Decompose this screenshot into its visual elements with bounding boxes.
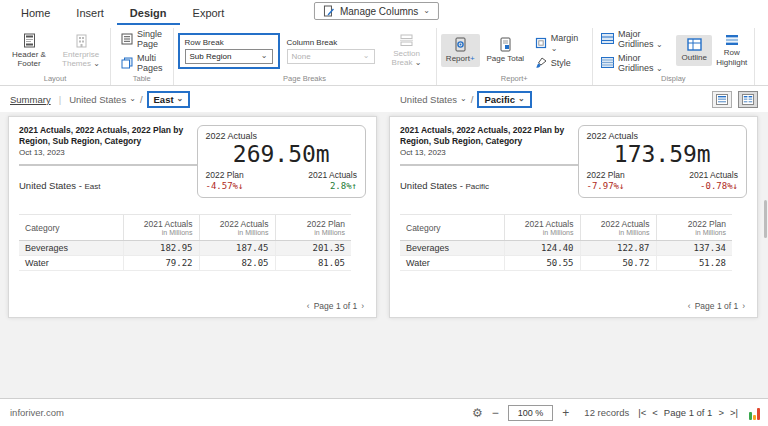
ribbon-group-page-breaks: Row Break Sub Region ⌄ Column Break None…: [174, 28, 437, 85]
vertical-scrollbar[interactable]: [764, 200, 767, 238]
row-highlight-button[interactable]: RowHighlight: [714, 31, 750, 69]
zoom-in-button[interactable]: +: [562, 407, 569, 419]
kpi-value: 269.50m: [206, 142, 358, 167]
zoom-out-button[interactable]: −: [492, 407, 499, 419]
ribbon: Header & Footer Enterprise Themes ⌄ Layo…: [0, 26, 768, 86]
style-icon: [535, 57, 547, 69]
report-title: 2021 Actuals, 2022 Actuals, 2022 Plan by…: [400, 125, 578, 147]
summary-link[interactable]: Summary: [10, 94, 51, 105]
report-panel-pacific: 2021 Actuals, 2022 Actuals, 2022 Plan by…: [389, 116, 758, 318]
chevron-down-icon: ⌄: [415, 58, 422, 67]
enterprise-themes-button[interactable]: Enterprise Themes ⌄: [56, 30, 106, 71]
minor-gridlines-icon: [601, 57, 614, 68]
page-next-icon[interactable]: ›: [361, 301, 364, 311]
breadcrumb-country-left[interactable]: United States ⌄: [69, 94, 136, 105]
two-column-view-icon: [742, 94, 754, 105]
page-prev-icon[interactable]: ‹: [688, 301, 691, 311]
table-row[interactable]: Water 79.22 82.05 81.05: [19, 256, 351, 271]
kpi-prev-delta: 2021 Actuals 2.8%↑: [308, 170, 357, 191]
chevron-down-icon: ⌄: [460, 95, 467, 103]
page-total-button[interactable]: Page Total: [482, 34, 529, 66]
group-label-display: Display: [597, 73, 750, 85]
breadcrumb-country-right[interactable]: United States ⌄: [400, 94, 467, 105]
title-divider: [19, 164, 197, 166]
col-2022-plan[interactable]: 2022 Planin Millions: [275, 215, 351, 241]
prev-page-button[interactable]: <: [652, 407, 658, 418]
tab-insert[interactable]: Insert: [63, 2, 117, 25]
title-divider: [400, 164, 578, 166]
page-indicator: Page 1 of 1: [664, 407, 713, 418]
ribbon-group-display: Major Gridlines ⌄ Minor Gridlines ⌄ Outl…: [593, 28, 755, 85]
chevron-down-icon: ⌄: [129, 95, 136, 103]
kpi-prev-delta: 2021 Actuals -0.78%↓: [689, 170, 738, 191]
theme-button[interactable]: Theme ⌄: [759, 30, 768, 70]
col-2021-actuals[interactable]: 2021 Actualsin Millions: [123, 215, 199, 241]
page-total-icon: [498, 37, 513, 52]
col-2022-actuals[interactable]: 2022 Actualsin Millions: [199, 215, 275, 241]
table-row[interactable]: Beverages 182.95 187.45 201.35: [19, 241, 351, 256]
inforiver-logo-icon: [749, 406, 760, 420]
menu-bar: Home Insert Design Export Manage Columns…: [0, 0, 768, 26]
header-footer-button[interactable]: Header & Footer: [4, 30, 54, 71]
chevron-down-icon: ⌄: [93, 59, 100, 68]
col-2021-actuals[interactable]: 2021 Actualsin Millions: [504, 215, 580, 241]
major-gridlines-button[interactable]: Major Gridlines ⌄: [601, 29, 670, 49]
gear-icon[interactable]: ⚙: [472, 406, 483, 420]
category-table: Category 2021 Actualsin Millions 2022 Ac…: [19, 214, 351, 271]
multi-pages-button[interactable]: Multi Pages: [121, 53, 163, 73]
tab-home[interactable]: Home: [8, 2, 63, 25]
minor-gridlines-label: Minor Gridlines ⌄: [618, 53, 670, 73]
chevron-down-icon: ⌄: [656, 40, 663, 49]
single-page-label: Single Page: [137, 29, 163, 49]
col-2022-plan[interactable]: 2022 Planin Millions: [656, 215, 732, 241]
breadcrumb-region-pacific[interactable]: Pacific ⌄: [477, 91, 531, 108]
tab-design[interactable]: Design: [117, 2, 180, 25]
margin-button[interactable]: Margin ⌄: [535, 33, 584, 53]
single-page-button[interactable]: Single Page: [121, 29, 163, 49]
single-column-view-button[interactable]: [712, 91, 732, 108]
chevron-down-icon: ⌄: [518, 95, 525, 103]
margin-icon: [535, 37, 547, 49]
ribbon-group-report: Report+ Page Total Margin ⌄: [437, 28, 594, 85]
row-break-select[interactable]: Sub Region ⌄: [185, 49, 273, 64]
zoom-level[interactable]: 100 %: [508, 405, 554, 421]
first-page-button[interactable]: |<: [638, 407, 646, 418]
col-category[interactable]: Category: [19, 215, 123, 241]
margin-label: Margin ⌄: [551, 33, 584, 53]
next-page-button[interactable]: >: [718, 407, 724, 418]
row-break-label: Row Break: [185, 38, 273, 47]
col-category[interactable]: Category: [400, 215, 504, 241]
table-row[interactable]: Beverages 124.40 122.87 137.34: [400, 241, 732, 256]
chevron-down-icon: ⌄: [363, 52, 370, 60]
page-next-icon[interactable]: ›: [742, 301, 745, 311]
tab-export[interactable]: Export: [180, 2, 238, 25]
kpi-card: 2022 Actuals 269.50m 2022 Plan -4.57%↓ 2…: [197, 125, 367, 198]
report-plus-label: Report+: [446, 54, 475, 63]
minor-gridlines-button[interactable]: Minor Gridlines ⌄: [601, 53, 670, 73]
kpi-plan-delta: 2022 Plan -7.97%↓: [587, 170, 625, 191]
breadcrumb-slash: /: [471, 94, 474, 105]
page-prev-icon[interactable]: ‹: [307, 301, 310, 311]
outline-button[interactable]: Outline: [676, 35, 712, 65]
style-button[interactable]: Style: [535, 57, 584, 69]
two-column-view-button[interactable]: [738, 91, 758, 108]
column-break-select[interactable]: None ⌄: [287, 49, 375, 64]
breadcrumb-region-east[interactable]: East ⌄: [147, 91, 191, 108]
site-link[interactable]: inforiver.com: [10, 407, 64, 418]
view-toggles: [712, 91, 768, 108]
col-2022-actuals[interactable]: 2022 Actualsin Millions: [580, 215, 656, 241]
section-break-button[interactable]: SectionBreak ⌄: [382, 31, 432, 70]
last-page-button[interactable]: >|: [730, 407, 738, 418]
table-row[interactable]: Water 50.55 50.72 51.28: [400, 256, 732, 271]
report-title: 2021 Actuals, 2022 Actuals, 2022 Plan by…: [19, 125, 197, 147]
report-date: Oct 13, 2023: [19, 148, 197, 157]
down-arrow-icon: ↓: [733, 181, 738, 191]
report-plus-button[interactable]: Report+: [441, 34, 480, 66]
single-column-view-icon: [716, 94, 728, 105]
group-label-layout: Layout: [4, 73, 106, 85]
enterprise-themes-label: Enterprise Themes ⌄: [57, 50, 105, 68]
manage-columns-button[interactable]: Manage Columns ⌄: [314, 2, 439, 20]
page-indicator: Page 1 of 1: [314, 301, 357, 311]
kpi-value: 173.59m: [587, 142, 739, 167]
header-footer-label: Header & Footer: [5, 50, 53, 68]
